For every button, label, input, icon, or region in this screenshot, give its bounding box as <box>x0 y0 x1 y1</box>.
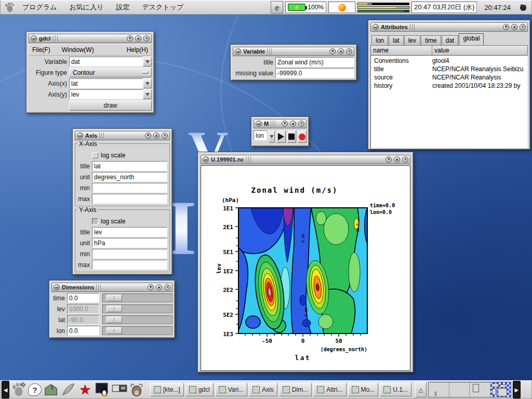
tab-lon[interactable]: lon <box>371 35 388 45</box>
table-row[interactable]: source NCEP/NCAR Reanalysis <box>371 73 527 82</box>
slider-handle[interactable] <box>107 305 122 312</box>
minimize-button[interactable]: ▼ <box>385 156 392 163</box>
menu-desktop[interactable]: デスクトップ <box>137 2 189 13</box>
window-menu-button[interactable] <box>373 24 379 30</box>
gnome-menu-foot-icon[interactable] <box>11 382 26 397</box>
dimension-dropdown-button[interactable] <box>269 130 275 143</box>
lon-slider[interactable] <box>102 326 172 335</box>
slider-handle[interactable] <box>107 316 122 323</box>
lon-input[interactable]: 0.0 <box>67 326 99 336</box>
tab-dat[interactable]: dat <box>442 35 459 45</box>
menu-window[interactable]: Window(W) <box>62 46 94 54</box>
missing-value-input[interactable]: -99999.0 <box>275 68 354 78</box>
title-input[interactable]: Zonal wind (m/s) <box>275 57 354 67</box>
maximize-button[interactable]: ▲ <box>394 156 400 163</box>
panel-hide-right-button[interactable]: ▶ <box>513 381 521 398</box>
menu-settings[interactable]: 設定 <box>111 2 135 13</box>
taskbar-button-axis[interactable]: Axis <box>249 383 277 396</box>
minimize-button[interactable]: ▼ <box>127 35 133 42</box>
slider-handle[interactable] <box>107 327 122 334</box>
tasklist-expand-button[interactable]: △ <box>415 382 427 397</box>
workspace-pager[interactable] <box>428 382 511 397</box>
system-monitor-applet[interactable] <box>357 1 409 14</box>
menu-programs[interactable]: プログラム <box>17 2 62 13</box>
feather-icon[interactable] <box>60 382 76 397</box>
plot-canvas[interactable]: Zonal wind (m/s) (hPa) time=0.0 lon=0.0 … <box>201 165 410 371</box>
battery-applet[interactable]: ⚡ 100% <box>285 2 326 13</box>
taskbar-button-plot[interactable]: U.1... <box>380 383 411 396</box>
maximize-button[interactable]: ▲ <box>153 132 159 139</box>
minimize-button[interactable]: ▼ <box>503 24 509 30</box>
window-menu-button[interactable] <box>77 132 83 139</box>
taskbar-button-attributes[interactable]: Attri... <box>313 383 346 396</box>
slider-handle[interactable] <box>107 295 122 301</box>
workspace-3[interactable] <box>470 382 490 397</box>
titlebar-axis[interactable]: Axis ▼ ▲ ✕ <box>75 131 170 140</box>
y-max-input[interactable] <box>92 260 167 270</box>
modem-applet[interactable] <box>328 2 355 13</box>
menu-help[interactable]: Help(H) <box>127 46 148 54</box>
y-log-scale-checkbox[interactable] <box>92 218 98 224</box>
axis-x-dropdown-button[interactable] <box>143 78 152 88</box>
window-menu-button[interactable] <box>203 156 209 163</box>
time-slider[interactable] <box>102 294 172 302</box>
minimize-button[interactable]: ▼ <box>148 284 154 290</box>
titlebar-monitor[interactable]: M ▼ ▲ ✕ <box>254 119 307 128</box>
gnome-foot-icon[interactable] <box>4 2 15 13</box>
tab-time[interactable]: time <box>421 35 441 45</box>
menu-favorites[interactable]: お気に入り <box>64 2 109 13</box>
y-min-input[interactable] <box>92 249 167 259</box>
maximize-button[interactable]: ▲ <box>290 121 296 127</box>
lev-slider[interactable] <box>102 304 172 313</box>
titlebar-gdcl[interactable]: gdcl ▼ ▲ ✕ <box>29 34 152 43</box>
stop-button[interactable] <box>287 130 296 143</box>
close-button[interactable]: ✕ <box>162 132 168 139</box>
attributes-table-body[interactable]: Conventions gtool4 title NCEP/NCAR Reana… <box>370 55 528 149</box>
minimize-button[interactable]: ▼ <box>282 121 288 127</box>
table-row[interactable]: history created 2001/10/04 18:23:29 by <box>371 82 527 90</box>
dimension-combo[interactable]: lon <box>254 130 267 140</box>
terminal-penguin-icon[interactable] <box>95 382 110 397</box>
y-unit-input[interactable]: hPa <box>92 238 167 248</box>
titlebar-dimensions[interactable]: Dimensions ▼ ▲ ✕ <box>51 283 172 292</box>
variable-input[interactable]: dat <box>69 57 143 66</box>
draw-button[interactable]: draw <box>69 100 152 111</box>
workspace-4-active[interactable] <box>490 382 511 397</box>
maximize-button[interactable]: ▲ <box>338 48 344 55</box>
maximize-button[interactable]: ▲ <box>156 284 162 290</box>
menu-file[interactable]: File(F) <box>32 46 50 54</box>
titlebar-attributes[interactable]: Attributes ▼ ▲ ✕ <box>370 22 528 32</box>
x-title-input[interactable]: lat <box>92 161 167 171</box>
applet-launcher-icon[interactable]: e <box>271 1 283 14</box>
x-log-scale-checkbox[interactable] <box>92 152 98 158</box>
axis-y-dropdown-button[interactable] <box>143 89 152 99</box>
variable-dropdown-button[interactable] <box>143 57 152 66</box>
gnu-head-icon[interactable] <box>129 382 144 397</box>
close-button[interactable]: ✕ <box>402 156 408 163</box>
maximize-button[interactable]: ▲ <box>135 35 141 42</box>
record-button[interactable] <box>298 130 307 143</box>
minimize-button[interactable]: ▼ <box>145 132 151 139</box>
tab-global[interactable]: global <box>459 33 484 45</box>
panel-hide-left-button[interactable]: ◀ <box>2 381 9 398</box>
x-min-input[interactable] <box>92 183 167 193</box>
time-input[interactable]: 0.0 <box>67 293 99 303</box>
workspace-1[interactable] <box>429 382 449 397</box>
play-button[interactable] <box>276 130 285 143</box>
taskbar-button-variable[interactable]: Vari... <box>215 383 247 396</box>
minimize-button[interactable]: ▼ <box>329 48 336 55</box>
close-button[interactable]: ✕ <box>520 24 526 30</box>
maximize-button[interactable]: ▲ <box>511 24 517 30</box>
window-menu-button[interactable] <box>54 284 60 290</box>
table-row[interactable]: Conventions gtool4 <box>371 57 527 65</box>
date-clock-applet[interactable]: 20:47 03月20日 (水) <box>411 2 477 13</box>
axis-y-input[interactable]: lev <box>69 89 143 99</box>
titlebar-plot[interactable]: U.199901.nc ▼ ▲ ✕ <box>201 155 410 164</box>
screen-switcher-icon[interactable] <box>112 382 127 397</box>
window-menu-button[interactable] <box>31 35 37 42</box>
taskbar-button-dimensions[interactable]: Dim... <box>279 383 312 396</box>
window-menu-button[interactable] <box>256 121 262 127</box>
taskbar-button-gdcl[interactable]: gdcl <box>185 383 214 396</box>
star-icon[interactable]: ★ <box>77 382 93 397</box>
x-max-input[interactable] <box>92 194 167 204</box>
